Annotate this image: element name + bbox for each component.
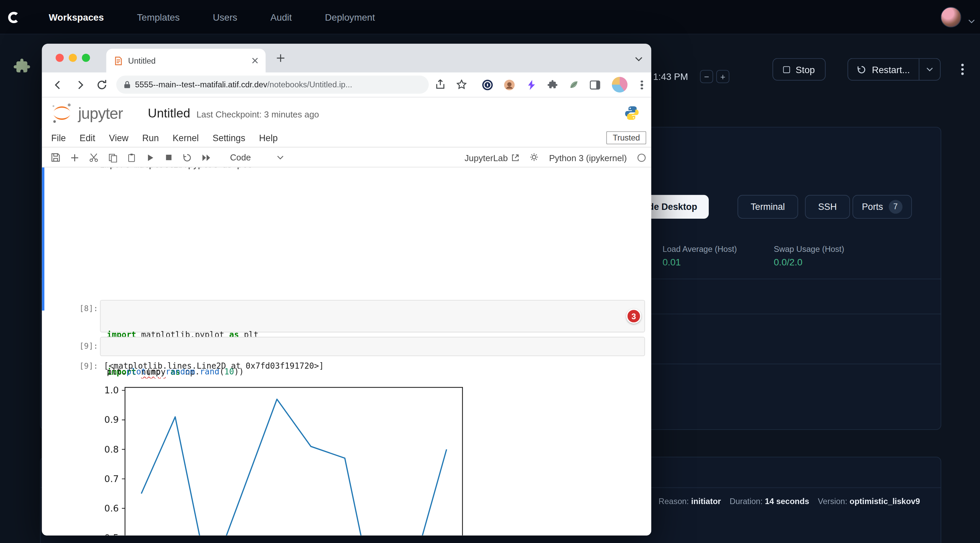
jupyter-logo-icon [51, 102, 73, 124]
jupyterlab-link-label: JupyterLab [465, 153, 508, 163]
restart-options-chevron[interactable] [919, 59, 940, 80]
zoom-out-button[interactable]: − [700, 70, 713, 83]
restart-button-group: Restart... [848, 58, 941, 81]
save-icon[interactable] [51, 152, 60, 162]
notebook-title[interactable]: Untitled [148, 106, 190, 120]
menu-edit[interactable]: Edit [80, 133, 95, 143]
tab-close-icon[interactable] [252, 57, 258, 64]
checkpoint-status: Last Checkpoint: 3 minutes ago [196, 107, 319, 119]
menu-run[interactable]: Run [142, 133, 159, 143]
interrupt-kernel-icon[interactable] [164, 153, 173, 162]
selected-cell-indicator [42, 168, 45, 311]
nav-deployment[interactable]: Deployment [325, 12, 375, 22]
back-icon[interactable] [52, 79, 64, 91]
external-link-icon [512, 154, 520, 162]
workspace-menu-kebab-icon[interactable] [956, 63, 969, 76]
cut-cell-icon[interactable] [89, 152, 99, 162]
ssh-button[interactable]: SSH [805, 195, 850, 219]
nav-workspaces[interactable]: Workspaces [49, 12, 104, 22]
maximize-window-button[interactable] [82, 54, 90, 62]
menu-kernel[interactable]: Kernel [173, 133, 199, 143]
url-path: /notebooks/Untitled.ip... [267, 80, 352, 89]
forward-icon[interactable] [74, 79, 86, 91]
password-manager-extension-icon[interactable] [482, 79, 493, 90]
cell9-output-text: [<matplotlib.lines.Line2D at 0x7fd03f191… [103, 361, 324, 371]
restart-kernel-icon[interactable] [183, 153, 192, 162]
ssh-label: SSH [818, 202, 837, 212]
zoom-in-button[interactable]: + [716, 70, 729, 83]
address-bar[interactable]: 5555--main--test--matifali.atif.cdr.dev/… [116, 76, 429, 94]
top-navigation-bar: Workspaces Templates Users Audit Deploym… [0, 0, 980, 35]
leaf-extension-icon[interactable] [568, 79, 579, 90]
minimize-window-button[interactable] [69, 54, 77, 62]
terminal-label: Terminal [751, 202, 785, 212]
close-window-button[interactable] [56, 54, 64, 62]
svg-text:0.5: 0.5 [104, 532, 119, 535]
reload-icon[interactable] [95, 79, 108, 91]
add-cell-icon[interactable] [70, 153, 80, 162]
reason-label: Reason: [659, 497, 689, 506]
screen: Workspaces Templates Users Audit Deploym… [0, 0, 980, 543]
jupyter-header: jupyter Untitled Last Checkpoint: 3 minu… [42, 97, 652, 129]
browser-menu-kebab-icon[interactable] [638, 79, 646, 90]
lightning-bolt-extension-icon[interactable] [525, 79, 537, 90]
jupyter-toolbar-right: JupyterLab Python 3 (ipykernel) [465, 148, 646, 167]
build-meta-row: Reason: initiator Duration: 14 seconds V… [650, 497, 920, 506]
side-panel-icon[interactable] [589, 79, 600, 90]
menu-view[interactable]: View [109, 133, 129, 143]
open-jupyterlab-link[interactable]: JupyterLab [465, 153, 520, 163]
matplotlib-chart-svg: 0.20.30.40.50.60.70.80.91.002468 [100, 383, 475, 535]
restart-run-all-icon[interactable] [201, 153, 212, 162]
terminal-button[interactable]: Terminal [738, 195, 798, 219]
url-host: 5555--main--test--matifali.atif.cdr.dev [135, 80, 267, 89]
gear-icon[interactable] [530, 152, 539, 163]
matplotlib-figure: 0.20.30.40.50.60.70.80.91.002468 [100, 383, 475, 535]
notebook-content: import matplotlib.pyplot as plt [8]: imp… [42, 168, 652, 535]
browser-profile-avatar[interactable] [612, 77, 627, 92]
nav-templates[interactable]: Templates [137, 12, 180, 22]
lock-icon [124, 81, 130, 89]
notebook-favicon [114, 56, 123, 65]
menu-file[interactable]: File [51, 133, 66, 143]
browser-tab-strip: Untitled [42, 44, 652, 73]
browser-tab[interactable]: Untitled [106, 49, 266, 73]
nav-audit[interactable]: Audit [270, 12, 292, 22]
round-avatar-extension-icon[interactable] [504, 79, 515, 90]
collaborator-count-badge[interactable]: 3 [626, 309, 641, 324]
cell8-input[interactable]: import matplotlib.pyplot as plt import n… [100, 300, 645, 332]
puzzle-piece-icon [13, 57, 31, 76]
copy-cell-icon[interactable] [108, 153, 118, 162]
load-average-label: Load Average (Host) [662, 245, 737, 254]
coder-logo-icon[interactable] [6, 10, 21, 25]
extensions-puzzle-icon[interactable] [547, 79, 558, 90]
cell9-input[interactable]: plt.plot(np.random.rand(10)) [100, 337, 645, 356]
stop-button[interactable]: Stop [772, 58, 826, 81]
tab-search-chevron-icon[interactable] [635, 53, 643, 64]
reason-value: initiator [691, 497, 721, 506]
ports-button[interactable]: Ports 7 [852, 195, 912, 219]
share-icon[interactable] [434, 79, 447, 91]
cell-type-value: Code [230, 152, 251, 162]
main-nav: Workspaces Templates Users Audit Deploym… [49, 0, 375, 35]
jupyter-brand[interactable]: jupyter [78, 104, 123, 122]
ports-label: Ports [862, 202, 883, 212]
kernel-name[interactable]: Python 3 (ipykernel) [549, 153, 627, 163]
user-avatar[interactable] [941, 7, 961, 27]
version-label: Version: [818, 497, 847, 506]
nav-users[interactable]: Users [213, 12, 237, 22]
restart-button[interactable]: Restart... [848, 59, 919, 80]
run-cell-icon[interactable] [146, 153, 155, 162]
svg-text:0.9: 0.9 [104, 415, 119, 425]
cell-type-dropdown[interactable]: Code [230, 152, 284, 162]
paste-cell-icon[interactable] [127, 153, 137, 162]
browser-toolbar: 5555--main--test--matifali.atif.cdr.dev/… [42, 73, 652, 97]
bookmark-star-icon[interactable] [455, 79, 468, 91]
new-tab-button[interactable] [274, 52, 287, 64]
menu-help[interactable]: Help [259, 133, 278, 143]
jupyter-menubar: File Edit View Run Kernel Settings Help [42, 129, 652, 147]
duration-label: Duration: [730, 497, 763, 506]
menu-settings[interactable]: Settings [213, 133, 245, 143]
svg-text:0.7: 0.7 [104, 473, 119, 484]
user-menu-chevron-icon[interactable] [968, 15, 975, 26]
trusted-button[interactable]: Trusted [606, 131, 646, 144]
